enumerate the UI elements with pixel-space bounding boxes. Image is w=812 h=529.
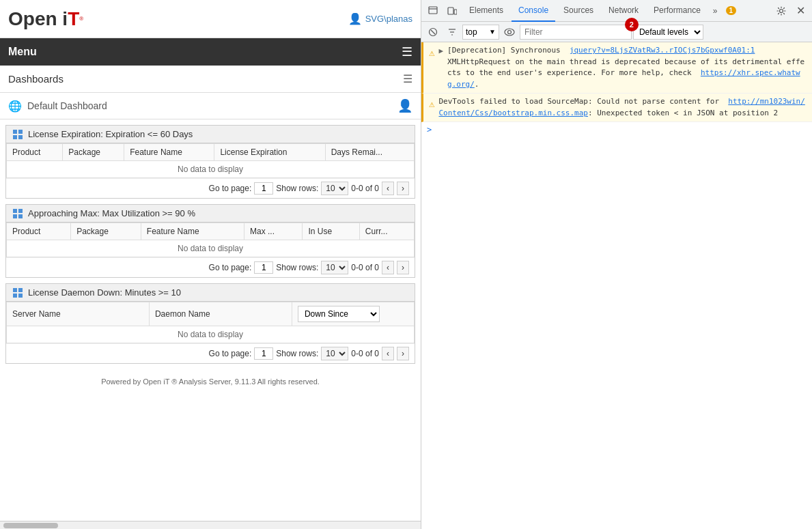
prev-btn-3[interactable]: ‹ — [382, 347, 394, 360]
console-clear-icon[interactable] — [424, 23, 442, 41]
license-expiration-table: Product Package Feature Name License Exp… — [6, 143, 415, 178]
user-info[interactable]: 👤 SVG\planas — [348, 12, 412, 25]
devtools-console-toolbar: top ▼ 2 Default levels — [421, 22, 812, 42]
dashboards-menu-icon[interactable]: ☰ — [403, 72, 412, 85]
next-btn-3[interactable]: › — [397, 347, 409, 360]
context-dropdown-icon[interactable]: ▼ — [489, 28, 496, 35]
col-curr: Curr... — [359, 223, 414, 240]
warning-badge: 1 — [726, 6, 737, 15]
license-expiration-title-bar: License Expiration: Expiration <= 60 Day… — [6, 126, 415, 143]
devtools-more-tabs[interactable]: » — [709, 6, 722, 16]
license-expiration-title: License Expiration: Expiration <= 60 Day… — [28, 129, 193, 139]
logo-i: i — [62, 8, 68, 30]
col-feature-name-1: Feature Name — [124, 144, 214, 161]
hamburger-icon[interactable]: ☰ — [402, 44, 412, 59]
range-3: 0-0 of 0 — [351, 349, 379, 358]
tab-console[interactable]: Console — [512, 0, 555, 22]
svg-rect-3 — [454, 10, 457, 14]
rows-select-3[interactable]: 10 25 50 — [321, 347, 348, 360]
pagination-1: Go to page: Show rows: 10 25 50 0-0 of 0… — [6, 178, 415, 198]
no-data-row-3: No data to display — [7, 326, 415, 343]
devtools-settings-icon[interactable] — [772, 2, 790, 20]
widget-grid-icon-3 — [13, 288, 23, 298]
tab-elements[interactable]: Elements — [462, 0, 510, 22]
go-to-page-label-3: Go to page: — [209, 349, 252, 358]
page-input-3[interactable] — [254, 347, 273, 360]
annotation-badge: 2 — [625, 18, 639, 31]
no-data-text-1: No data to display — [7, 161, 415, 178]
nav-bar: Menu ☰ — [0, 38, 421, 66]
show-rows-label-3: Show rows: — [276, 349, 318, 358]
approaching-max-widget: Approaching Max: Max Utilization >= 90 %… — [5, 204, 415, 278]
no-data-text-2: No data to display — [7, 240, 415, 257]
tab-performance-label: Performance — [654, 5, 701, 15]
person-icon[interactable]: 👤 — [397, 98, 412, 113]
license-daemon-title-bar: License Daemon Down: Minutes >= 10 — [6, 284, 415, 302]
prompt-symbol: > — [427, 125, 432, 134]
page-input-2[interactable] — [254, 261, 273, 274]
down-since-select[interactable]: Down Since — [298, 306, 380, 322]
page-input-1[interactable] — [254, 182, 273, 195]
no-data-row-1: No data to display — [7, 161, 415, 178]
tab-network-label: Network — [608, 5, 639, 15]
collapse-icon-1[interactable]: ▶ — [438, 46, 443, 57]
scrollbar-thumb[interactable] — [3, 523, 58, 528]
dashboards-bar: Dashboards ☰ — [0, 66, 421, 93]
devtools-close-icon[interactable]: ✕ — [792, 2, 809, 20]
license-daemon-table: Server Name Daemon Name Down Since No da… — [6, 302, 415, 343]
tab-network[interactable]: Network — [602, 0, 645, 22]
rows-select-1[interactable]: 10 25 50 — [321, 182, 348, 195]
nav-title: Menu — [8, 46, 37, 58]
logo-space — [57, 8, 63, 30]
console-eye-icon[interactable] — [501, 23, 518, 41]
annotation-container: 2 — [520, 25, 632, 40]
prev-btn-1[interactable]: ‹ — [382, 182, 394, 195]
console-message-1: ⚠ ▶ [Deprecation] Synchronous jquery?v=8… — [421, 42, 812, 94]
approaching-max-title-bar: Approaching Max: Max Utilization >= 90 % — [6, 205, 415, 223]
tab-sources[interactable]: Sources — [557, 0, 600, 22]
logo-t: T — [68, 8, 79, 30]
dashboard-title: Default Dashboard — [27, 100, 107, 111]
horizontal-scrollbar[interactable] — [0, 521, 421, 529]
svg-rect-0 — [429, 7, 437, 14]
no-data-row-2: No data to display — [7, 240, 415, 257]
tab-performance[interactable]: Performance — [647, 0, 708, 22]
go-to-page-label-2: Go to page: — [209, 263, 252, 272]
console-prompt[interactable]: > — [421, 122, 812, 137]
prev-btn-2[interactable]: ‹ — [382, 261, 394, 274]
no-data-text-3: No data to display — [7, 326, 415, 343]
logo: Open iT ® — [8, 8, 83, 30]
tab-console-label: Console — [518, 5, 548, 15]
col-feature-name-2: Feature Name — [141, 223, 244, 240]
left-content: Dashboards ☰ 🌐 Default Dashboard 👤 Licen… — [0, 66, 421, 521]
xhr-spec-link[interactable]: https://xhr.spec.whatwg.org/ — [447, 68, 800, 89]
col-days-remain: Days Remai... — [325, 144, 414, 161]
app-footer: Powered by Open iT ® Analysis Server, 9.… — [0, 369, 421, 394]
devtools-undock-icon[interactable] — [424, 2, 442, 20]
tab-elements-label: Elements — [469, 5, 503, 15]
left-panel: Open iT ® 👤 SVG\planas Menu ☰ Dashboards… — [0, 0, 421, 529]
console-filter-icon[interactable] — [443, 23, 461, 41]
svg-point-10 — [505, 29, 514, 35]
sourcemap-link[interactable]: http://mn1023win/Content/Css/bootstrap.m… — [438, 97, 804, 117]
dashboard-title-row: 🌐 Default Dashboard — [8, 100, 107, 113]
console-level-select[interactable]: Default levels — [633, 25, 703, 40]
col-product-2: Product — [7, 223, 71, 240]
source-link-1[interactable]: jquery?v=8LjsZVatRw3..rIOCjs7bGpxwf0A01:… — [570, 46, 755, 55]
globe-icon: 🌐 — [8, 100, 22, 113]
col-package-1: Package — [63, 144, 124, 161]
widget-grid-icon-2 — [13, 209, 23, 218]
logo-trademark: ® — [79, 16, 83, 22]
logo-open: Open — [8, 8, 57, 30]
rows-select-2[interactable]: 10 25 50 — [321, 261, 348, 274]
console-filter-input[interactable] — [520, 25, 632, 40]
next-btn-1[interactable]: › — [397, 182, 409, 195]
username: SVG\planas — [365, 14, 412, 24]
context-selector[interactable]: top ▼ — [462, 25, 499, 40]
devtools-responsive-icon[interactable] — [443, 2, 461, 20]
svg-line-6 — [431, 30, 435, 34]
widget-grid-icon-1 — [13, 130, 23, 139]
next-btn-2[interactable]: › — [397, 261, 409, 274]
message-text-2: DevTools failed to load SourceMap: Could… — [438, 96, 807, 119]
devtools-topbar: Elements Console Sources Network Perform… — [421, 0, 812, 22]
